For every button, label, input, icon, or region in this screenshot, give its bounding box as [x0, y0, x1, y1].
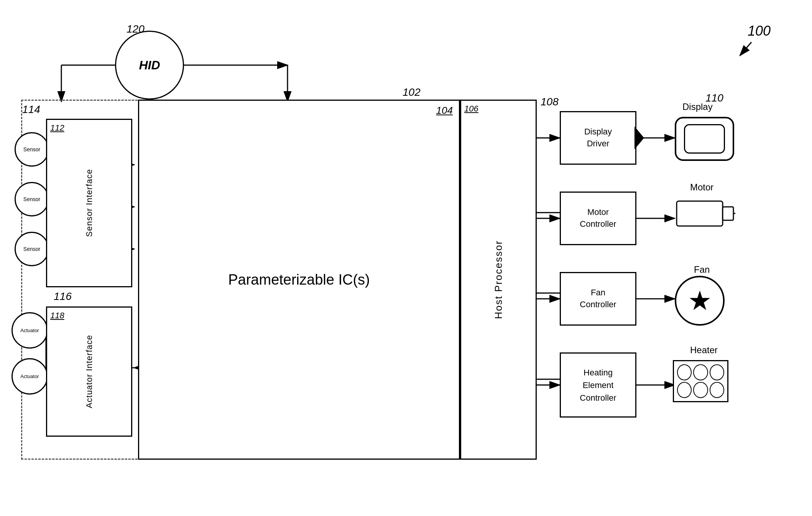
display-driver-label: DisplayDriver: [584, 126, 612, 150]
fan-controller-box: FanController: [560, 272, 636, 326]
heater-cell-6: [710, 382, 724, 398]
display-driver-arrow-icon: [634, 126, 646, 149]
actuator-interface-label: Actuator Interface: [84, 335, 94, 408]
actuator-2: Actuator: [12, 358, 48, 395]
heater-cell-4: [677, 382, 692, 398]
fan-device-label: Fan: [694, 264, 710, 275]
sensor-1-label: Sensor: [23, 146, 40, 152]
actuator-1-label: Actuator: [20, 328, 39, 333]
sensor-1: Sensor: [15, 132, 49, 167]
actuator-1: Actuator: [12, 312, 48, 349]
heating-element-controller-box: HeatingElementController: [560, 352, 636, 418]
fan-device-icon: ★: [675, 276, 725, 326]
heater-cell-3: [710, 364, 724, 380]
heater-device-icon: [673, 360, 728, 402]
sensor-2-label: Sensor: [23, 196, 40, 202]
svg-marker-34: [634, 126, 644, 149]
heater-cell-5: [693, 382, 708, 398]
heater-cell-1: [677, 364, 692, 380]
hid-label: HID: [139, 58, 160, 72]
ref-112: 112: [50, 123, 64, 133]
fan-controller-label: FanController: [580, 287, 616, 311]
sensor-3: Sensor: [15, 232, 49, 266]
motor-controller-box: MotorController: [560, 192, 636, 245]
actuator-interface-box: 118 Actuator Interface: [46, 306, 132, 437]
heater-device-label: Heater: [690, 345, 718, 355]
svg-rect-36: [723, 207, 733, 220]
heater-cell-2: [693, 364, 708, 380]
ref-108: 108: [541, 96, 559, 108]
ref-100: 100: [748, 23, 771, 39]
ref-118: 118: [50, 311, 64, 321]
motor-controller-label: MotorController: [580, 206, 616, 230]
ref-102: 102: [403, 86, 421, 98]
ref-116: 116: [54, 290, 72, 303]
sensor-2: Sensor: [15, 182, 49, 216]
motor-device-label: Motor: [690, 182, 713, 193]
ref-114: 114: [22, 103, 40, 116]
display-driver-box: DisplayDriver: [560, 111, 636, 165]
svg-rect-35: [677, 201, 723, 226]
motor-device-icon: [675, 195, 736, 234]
ref-106: 106: [464, 104, 478, 114]
hid-circle: HID: [115, 31, 184, 100]
ref-104: 104: [436, 105, 453, 116]
heating-element-controller-label: HeatingElementController: [580, 366, 616, 404]
display-device-icon: [675, 117, 734, 161]
parameterizable-ic-label: Parameterizable IC(s): [228, 272, 370, 288]
sensor-interface-label: Sensor Interface: [84, 169, 94, 237]
svg-line-33: [740, 42, 751, 56]
host-processor-label: Host Processor: [493, 240, 505, 319]
sensor-interface-box: 112 Sensor Interface: [46, 119, 132, 287]
parameterizable-ic-box: 104 Parameterizable IC(s): [138, 100, 460, 460]
sensor-3-label: Sensor: [23, 246, 40, 252]
host-processor-box: 106 Host Processor: [460, 100, 537, 460]
actuator-2-label: Actuator: [20, 373, 39, 379]
display-device-label: Display: [682, 102, 713, 112]
diagram-container: 100 120 HID 102 114 Sensor Sensor Sensor…: [0, 0, 812, 516]
